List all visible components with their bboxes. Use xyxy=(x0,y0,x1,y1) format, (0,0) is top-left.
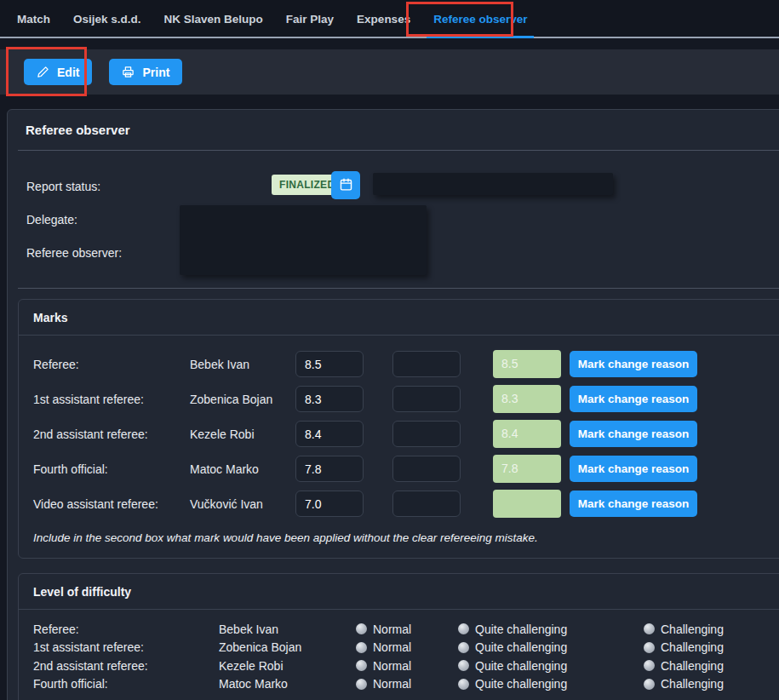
status-date-button[interactable] xyxy=(331,171,360,199)
mark-official-name: Vučković Ivan xyxy=(190,497,295,511)
redacted-status-value xyxy=(373,173,613,195)
tab-fair-play[interactable]: Fair Play xyxy=(286,0,334,38)
mark-row-fourth-official: Fourth official: Matoc Marko 7.8 Mark ch… xyxy=(33,456,779,482)
radio-label: Quite challenging xyxy=(475,623,567,636)
marks-rows: Referee: Bebek Ivan 8.5 Mark change reas… xyxy=(19,336,779,517)
alt-mark-input[interactable] xyxy=(392,421,461,447)
panel-title: Referee observer xyxy=(26,123,130,137)
tab-match[interactable]: Match xyxy=(17,0,50,38)
difficulty-title: Level of difficulty xyxy=(19,574,779,610)
tab-nk-slaven-belupo[interactable]: NK Slaven Belupo xyxy=(164,0,263,38)
referee-observer-label: Referee observer: xyxy=(26,246,122,260)
annotation-highlight-edit-button xyxy=(6,47,87,96)
mark-official-name: Matoc Marko xyxy=(190,462,295,476)
tab-expenses[interactable]: Expenses xyxy=(357,0,410,38)
mark-row-var: Video assistant referee: Vučković Ivan M… xyxy=(33,491,779,517)
mark-change-reason-button[interactable]: Mark change reason xyxy=(570,421,697,447)
mark-input[interactable] xyxy=(295,491,364,517)
final-mark-badge: 8.5 xyxy=(493,350,561,378)
marks-title: Marks xyxy=(19,300,779,336)
radio-icon[interactable] xyxy=(356,623,367,634)
difficulty-role-label: Fourth official: xyxy=(33,677,219,691)
alt-mark-input[interactable] xyxy=(392,491,461,517)
radio-label: Normal xyxy=(373,623,411,636)
marks-panel: Marks Referee: Bebek Ivan 8.5 Mark chang… xyxy=(18,299,779,559)
radio-label: Challenging xyxy=(661,659,724,673)
toolbar: Edit Print xyxy=(0,49,779,95)
radio-option-quite-challenging[interactable]: Quite challenging xyxy=(458,623,644,636)
difficulty-role-label: 1st assistant referee: xyxy=(33,640,219,654)
radio-icon[interactable] xyxy=(644,623,655,634)
radio-icon[interactable] xyxy=(458,660,469,671)
alt-mark-input[interactable] xyxy=(392,386,461,412)
redacted-names xyxy=(180,205,427,275)
radio-option-challenging[interactable]: Challenging xyxy=(644,677,724,691)
annotation-highlight-referee-observer-tab xyxy=(406,2,513,37)
radio-label: Quite challenging xyxy=(475,640,567,654)
mark-change-reason-button[interactable]: Mark change reason xyxy=(570,351,697,377)
difficulty-row-first-assistant: 1st assistant referee: Zobenica Bojan No… xyxy=(33,639,779,657)
referee-observer-panel: Referee observer Report status: FINALIZE… xyxy=(7,109,779,700)
difficulty-row-second-assistant: 2nd assistant referee: Kezele Robi Norma… xyxy=(33,657,779,675)
difficulty-official-name: Matoc Marko xyxy=(219,677,356,691)
radio-label: Challenging xyxy=(661,623,724,636)
section-divider xyxy=(18,288,779,289)
radio-icon[interactable] xyxy=(458,623,469,634)
radio-icon[interactable] xyxy=(644,679,655,690)
radio-option-quite-challenging[interactable]: Quite challenging xyxy=(458,640,644,654)
radio-option-normal[interactable]: Normal xyxy=(356,659,458,673)
radio-icon[interactable] xyxy=(644,660,655,671)
mark-input[interactable] xyxy=(295,456,364,482)
mark-input[interactable] xyxy=(295,386,364,412)
print-button-label: Print xyxy=(142,66,169,79)
alt-mark-input[interactable] xyxy=(392,351,461,377)
radio-option-normal[interactable]: Normal xyxy=(356,623,458,636)
mark-row-referee: Referee: Bebek Ivan 8.5 Mark change reas… xyxy=(33,351,779,377)
mark-official-name: Bebek Ivan xyxy=(190,358,295,371)
mark-role-label: Referee: xyxy=(33,358,190,371)
tab-bar: Match Osijek s.d.d. NK Slaven Belupo Fai… xyxy=(0,0,779,38)
difficulty-rows: Referee: Bebek Ivan Normal Quite challen… xyxy=(19,610,779,693)
difficulty-row-referee: Referee: Bebek Ivan Normal Quite challen… xyxy=(33,620,779,639)
marks-note: Include in the second box what mark woul… xyxy=(33,531,779,544)
radio-icon[interactable] xyxy=(644,642,655,653)
radio-label: Quite challenging xyxy=(475,677,567,691)
radio-option-quite-challenging[interactable]: Quite challenging xyxy=(458,677,644,691)
calendar-icon xyxy=(339,177,353,194)
mark-input[interactable] xyxy=(295,351,364,377)
difficulty-official-name: Bebek Ivan xyxy=(219,623,356,636)
difficulty-official-name: Zobenica Bojan xyxy=(219,640,356,654)
final-mark-badge: 7.8 xyxy=(493,455,561,483)
mark-role-label: 2nd assistant referee: xyxy=(33,427,190,441)
mark-official-name: Zobenica Bojan xyxy=(190,393,295,406)
mark-change-reason-button[interactable]: Mark change reason xyxy=(570,491,697,517)
radio-option-normal[interactable]: Normal xyxy=(356,677,458,691)
mark-official-name: Kezele Robi xyxy=(190,427,295,441)
radio-label: Normal xyxy=(373,640,411,654)
radio-option-quite-challenging[interactable]: Quite challenging xyxy=(458,659,644,673)
print-button[interactable]: Print xyxy=(109,59,182,85)
final-mark-badge xyxy=(493,490,561,518)
tab-osijek[interactable]: Osijek s.d.d. xyxy=(73,0,141,38)
mark-change-reason-button[interactable]: Mark change reason xyxy=(570,386,697,412)
alt-mark-input[interactable] xyxy=(392,456,461,482)
radio-option-challenging[interactable]: Challenging xyxy=(644,659,724,673)
radio-option-challenging[interactable]: Challenging xyxy=(644,640,724,654)
difficulty-official-name: Kezele Robi xyxy=(219,659,356,673)
mark-role-label: 1st assistant referee: xyxy=(33,393,190,406)
radio-icon[interactable] xyxy=(356,679,367,690)
mark-row-first-assistant: 1st assistant referee: Zobenica Bojan 8.… xyxy=(33,386,779,412)
radio-option-normal[interactable]: Normal xyxy=(356,640,458,654)
difficulty-role-label: 2nd assistant referee: xyxy=(33,659,219,673)
radio-label: Normal xyxy=(373,659,411,673)
difficulty-role-label: Referee: xyxy=(33,623,219,636)
final-mark-badge: 8.3 xyxy=(493,385,561,413)
mark-change-reason-button[interactable]: Mark change reason xyxy=(570,456,697,482)
radio-icon[interactable] xyxy=(458,642,469,653)
mark-input[interactable] xyxy=(295,421,364,447)
final-mark-badge: 8.4 xyxy=(493,420,561,448)
radio-icon[interactable] xyxy=(356,642,367,653)
radio-icon[interactable] xyxy=(458,679,469,690)
radio-icon[interactable] xyxy=(356,660,367,671)
radio-option-challenging[interactable]: Challenging xyxy=(644,623,724,636)
